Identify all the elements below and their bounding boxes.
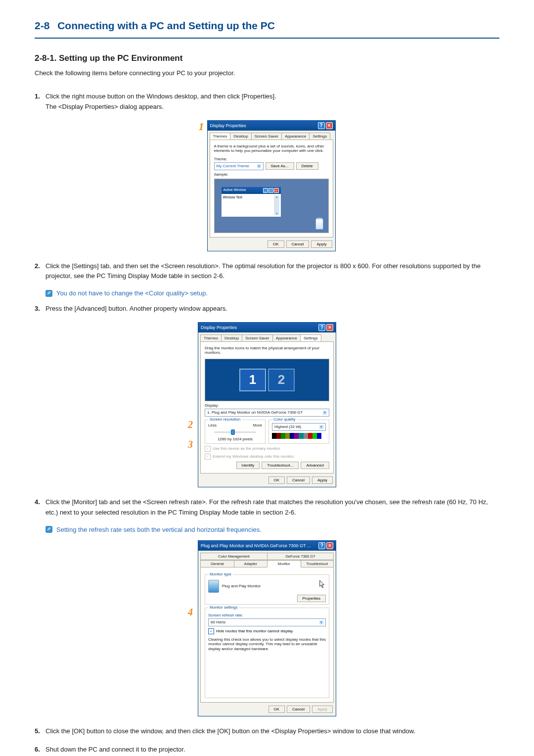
- dialog-title: Display Properties: [201, 325, 237, 330]
- resolution-value: 1280 by 1024 pixels: [208, 437, 262, 441]
- display-properties-settings-dialog: Display Properties ? × Themes Desktop Sc…: [198, 322, 336, 487]
- step-2-number: 2.: [35, 261, 45, 282]
- tab-screen-saver[interactable]: Screen Saver: [242, 334, 272, 341]
- step-6-body: Shut down the PC and connect it to the p…: [45, 745, 499, 755]
- hide-modes-check[interactable]: Hide modes that this monitor cannot disp…: [208, 628, 326, 634]
- close-button[interactable]: ×: [326, 324, 333, 331]
- apply-button[interactable]: Apply: [311, 240, 332, 248]
- cursor-icon: [319, 580, 326, 589]
- troubleshoot-button[interactable]: Troubleshoot...: [262, 462, 299, 469]
- tab-appearance[interactable]: Appearance: [281, 133, 310, 140]
- close-button[interactable]: ×: [326, 122, 333, 129]
- monitor-1[interactable]: 1: [239, 369, 266, 391]
- step-2-body: Click the [Settings] tab, and then set t…: [45, 261, 499, 282]
- callout-1: 1: [199, 120, 204, 133]
- monitor-arrangement[interactable]: 1 2: [205, 359, 329, 401]
- tab-general[interactable]: General: [200, 560, 234, 567]
- maximize-icon: □: [268, 188, 273, 193]
- callout-3: 3: [188, 439, 193, 450]
- cancel-button[interactable]: Cancel: [287, 476, 310, 484]
- delete-button[interactable]: Delete: [296, 162, 318, 170]
- tab-appearance[interactable]: Appearance: [272, 334, 301, 341]
- color-bar: [272, 433, 326, 439]
- ok-button[interactable]: OK: [267, 240, 284, 248]
- monitor-type-value: Plug and Play Monitor: [222, 584, 261, 588]
- tab-themes[interactable]: Themes: [200, 334, 222, 341]
- help-button[interactable]: ?: [318, 542, 325, 549]
- tab-settings[interactable]: Settings: [309, 133, 330, 140]
- note-refresh-rate: Setting the refresh rate sets both the v…: [45, 526, 499, 533]
- cancel-button[interactable]: Cancel: [287, 706, 310, 713]
- dialog-title: Plug and Play Monitor and NVIDIA GeForce…: [201, 543, 311, 548]
- step-6-number: 6.: [35, 745, 45, 755]
- tab-geforce[interactable]: GeForce 7300 GT: [267, 553, 334, 560]
- properties-button[interactable]: Properties: [297, 595, 326, 602]
- note-color-quality: You do not have to change the <Color qua…: [45, 289, 499, 297]
- refresh-rate-select[interactable]: 60 Hertz: [208, 618, 326, 626]
- step-5-body: Click the [OK] button to close the windo…: [45, 726, 499, 737]
- display-label: Display:: [205, 403, 329, 408]
- resolution-slider[interactable]: [214, 431, 256, 433]
- display-properties-themes-dialog: Display Properties ? × Themes Desktop Sc…: [207, 120, 336, 251]
- apply-button: Apply: [312, 706, 333, 713]
- minimize-icon: _: [263, 188, 268, 193]
- primary-monitor-check: Use this device as the primary monitor.: [205, 446, 329, 452]
- advanced-button[interactable]: Advanced: [301, 462, 329, 469]
- step-3-body: Press the [Advanced] button. Another pro…: [45, 304, 499, 314]
- themes-desc: A theme is a background plus a set of so…: [214, 144, 329, 153]
- screen-resolution-label: Screen resolution: [208, 417, 242, 422]
- step-1-body: Click the right mouse button on the Wind…: [45, 92, 499, 112]
- tab-desktop[interactable]: Desktop: [230, 133, 251, 140]
- close-button[interactable]: ×: [326, 542, 333, 549]
- recycle-bin-icon: [315, 219, 323, 230]
- monitor-properties-dialog: Plug and Play Monitor and NVIDIA GeForce…: [198, 540, 336, 717]
- section-number: 2-8: [35, 20, 49, 31]
- subsection-heading: 2-8-1. Setting up the PC Environment: [35, 53, 499, 63]
- hide-modes-desc: Clearing this check box allows you to se…: [208, 637, 326, 652]
- step-1-number: 1.: [35, 92, 45, 112]
- monitor-icon: [208, 580, 219, 593]
- tab-monitor[interactable]: Monitor: [267, 560, 301, 567]
- section-title: Connecting with a PC and Setting up the …: [57, 20, 275, 31]
- tab-settings[interactable]: Settings: [300, 334, 321, 341]
- ok-button[interactable]: OK: [268, 706, 285, 713]
- refresh-rate-label: Screen refresh rate:: [208, 613, 326, 617]
- close-icon: ×: [274, 188, 279, 193]
- intro-text: Check the following items before connect…: [35, 69, 499, 77]
- step-4-body: Click the [Monitor] tab and set the <Scr…: [45, 497, 499, 518]
- apply-button[interactable]: Apply: [312, 476, 333, 484]
- tab-screen-saver[interactable]: Screen Saver: [251, 133, 282, 140]
- extend-desktop-check: Extend my Windows desktop onto this moni…: [205, 454, 329, 460]
- sample-label: Sample:: [214, 172, 329, 177]
- cancel-button[interactable]: Cancel: [286, 240, 310, 248]
- step-3-number: 3.: [35, 304, 45, 314]
- tab-color-management[interactable]: Color Management: [200, 553, 267, 560]
- tab-desktop[interactable]: Desktop: [221, 334, 242, 341]
- tab-troubleshoot[interactable]: Troubleshoot: [301, 560, 334, 567]
- tab-adapter[interactable]: Adapter: [234, 560, 267, 567]
- section-heading: 2-8 Connecting with a PC and Setting up …: [35, 20, 499, 32]
- color-quality-label: Color quality: [272, 417, 297, 422]
- sample-area: Active Window _□× Window Text▲▼: [214, 179, 329, 233]
- dialog-title: Display Properties: [210, 123, 246, 128]
- color-quality-select[interactable]: Highest (32 bit): [272, 423, 326, 431]
- step-5-number: 5.: [35, 726, 45, 737]
- save-as-button[interactable]: Save As...: [266, 162, 294, 170]
- monitor-type-label: Monitor type: [208, 572, 233, 576]
- theme-label: Theme:: [214, 157, 329, 161]
- help-button[interactable]: ?: [318, 324, 325, 331]
- callout-4: 4: [188, 607, 193, 618]
- monitor-settings-label: Monitor settings: [208, 605, 239, 610]
- step-4-number: 4.: [35, 497, 45, 518]
- identify-button[interactable]: Identify: [236, 462, 260, 469]
- callout-2: 2: [188, 419, 193, 430]
- theme-select[interactable]: My Current Theme: [214, 162, 264, 170]
- settings-instr: Drag the monitor icons to match the phys…: [205, 346, 329, 355]
- display-select[interactable]: 1. Plug and Play Monitor on NVIDIA GeFor…: [205, 409, 329, 417]
- help-button[interactable]: ?: [318, 122, 325, 129]
- ok-button[interactable]: OK: [268, 476, 285, 484]
- monitor-2[interactable]: 2: [268, 369, 295, 391]
- tab-themes[interactable]: Themes: [210, 133, 231, 140]
